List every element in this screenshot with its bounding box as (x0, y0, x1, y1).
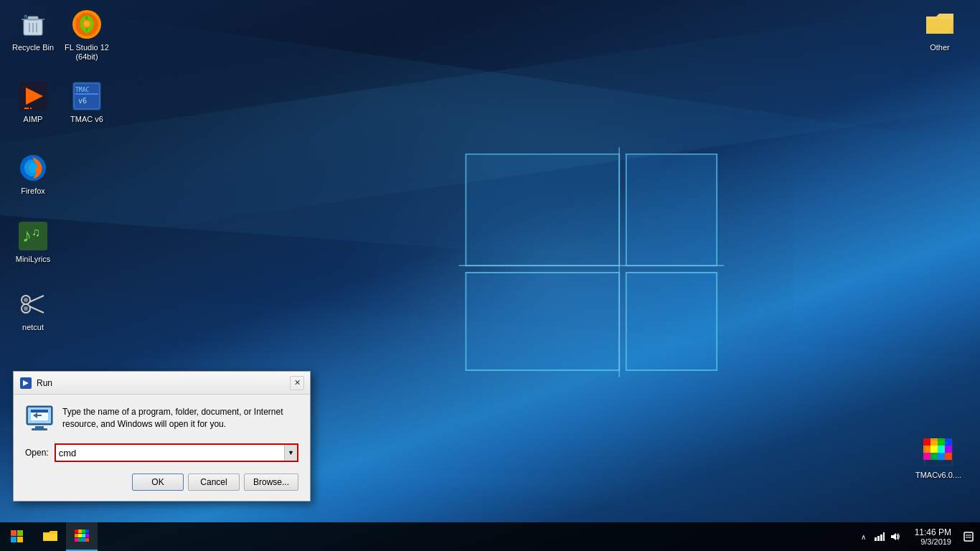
svg-rect-72 (82, 529, 85, 533)
svg-rect-87 (964, 532, 973, 541)
svg-rect-43 (923, 438, 930, 446)
taskbar-right: ∧ (850, 522, 980, 551)
svg-point-40 (24, 298, 28, 302)
svg-rect-80 (82, 538, 85, 542)
run-open-label: Open: (25, 448, 49, 458)
run-input-wrapper: ▼ (55, 443, 298, 462)
svg-rect-70 (75, 529, 78, 533)
run-browse-button[interactable]: Browse... (244, 474, 298, 491)
run-titlebar: Run ✕ (14, 372, 310, 395)
tmac-br-label: TMACv6.0.... (915, 471, 961, 480)
minilyrics-label: MiniLyrics (16, 255, 51, 264)
svg-rect-46 (945, 438, 952, 446)
firefox-label: Firefox (21, 187, 45, 196)
svg-rect-51 (923, 453, 930, 460)
svg-rect-76 (82, 534, 85, 537)
desktop-icon-minilyrics[interactable]: ♪ ♫ MiniLyrics (6, 217, 60, 267)
run-dialog: Run ✕ (13, 371, 311, 501)
netcut-label: netcut (22, 323, 44, 332)
run-input-row: Open: ▼ (25, 443, 298, 462)
svg-rect-85 (883, 532, 885, 541)
svg-point-41 (24, 306, 28, 311)
run-input[interactable] (56, 445, 284, 461)
netcut-icon (17, 288, 49, 320)
desktop-icon-fl-studio[interactable]: FL Studio 12 (64bit) (60, 6, 114, 65)
svg-rect-62 (31, 410, 48, 413)
firefox-icon (17, 152, 49, 184)
svg-rect-68 (11, 537, 17, 542)
svg-rect-48 (930, 446, 938, 453)
run-cancel-button[interactable]: Cancel (188, 474, 240, 491)
taskbar-volume-icon[interactable] (887, 522, 903, 551)
clock-date: 9/3/2019 (920, 537, 951, 546)
desktop-icon-firefox[interactable]: Firefox (6, 149, 60, 199)
svg-text:v6: v6 (78, 97, 87, 105)
svg-rect-75 (78, 534, 82, 537)
svg-rect-69 (17, 537, 23, 542)
svg-point-20 (84, 21, 90, 27)
run-header: Type the name of a program, folder, docu… (25, 405, 298, 433)
run-buttons: OK Cancel Browse... (25, 474, 298, 491)
svg-text:♪: ♪ (22, 225, 32, 246)
taskbar-notification-button[interactable] (957, 522, 980, 551)
svg-rect-28 (75, 93, 98, 95)
clock-time: 11:46 PM (915, 527, 951, 537)
taskbar-start-button[interactable] (0, 522, 34, 551)
svg-text:♻: ♻ (24, 14, 27, 19)
desktop: ♻ Recycle Bin FL Studio 12 (64 (0, 0, 980, 551)
run-dropdown-button[interactable]: ▼ (284, 445, 297, 461)
desktop-icon-netcut[interactable]: netcut (6, 286, 60, 335)
svg-marker-86 (891, 533, 896, 540)
taskbar-clock[interactable]: 11:46 PM 9/3/2019 (909, 522, 957, 551)
taskbar-expand-tray-button[interactable]: ∧ (856, 522, 872, 551)
svg-rect-53 (938, 453, 945, 460)
svg-rect-50 (945, 446, 952, 453)
svg-rect-66 (11, 530, 17, 536)
svg-rect-52 (930, 453, 938, 460)
svg-line-38 (29, 296, 44, 302)
desktop-icon-aimp[interactable]: AIMP (6, 77, 60, 127)
svg-rect-23 (24, 108, 29, 109)
desktop-icon-recycle-bin[interactable]: ♻ Recycle Bin (6, 6, 60, 55)
desktop-icon-other-actual[interactable]: Other (913, 6, 967, 55)
taskbar: ∧ (0, 522, 980, 551)
aimp-icon (17, 80, 49, 112)
tmac-br-icon (923, 436, 954, 468)
svg-rect-83 (877, 536, 880, 541)
other-label: Other (930, 43, 950, 52)
svg-rect-65 (32, 428, 47, 430)
svg-rect-54 (945, 453, 952, 460)
svg-rect-73 (85, 529, 89, 533)
tmac-icon: TMAC v6 (71, 80, 103, 112)
run-description: Type the name of a program, folder, docu… (62, 405, 298, 430)
svg-rect-79 (78, 538, 82, 542)
taskbar-network-icon[interactable] (872, 522, 887, 551)
svg-rect-44 (930, 438, 938, 446)
desktop-icon-other[interactable] (4, 6, 58, 11)
run-close-button[interactable]: ✕ (290, 376, 304, 390)
svg-rect-24 (30, 108, 32, 109)
minilyrics-icon: ♪ ♫ (17, 220, 49, 252)
fl-studio-icon (71, 9, 103, 40)
svg-line-39 (29, 306, 44, 313)
svg-rect-82 (875, 537, 877, 541)
run-header-icon (25, 405, 54, 433)
svg-rect-84 (880, 534, 882, 541)
svg-rect-67 (17, 530, 23, 536)
desktop-icon-tmac-br[interactable]: TMACv6.0.... (911, 433, 966, 483)
aimp-label: AIMP (24, 115, 43, 124)
run-dialog-icon (19, 377, 32, 390)
taskbar-system-tray: ∧ (850, 522, 909, 551)
tmac-label: TMAC v6 (70, 115, 103, 124)
recycle-bin-label: Recycle Bin (12, 43, 54, 52)
svg-text:TMAC: TMAC (75, 87, 89, 93)
taskbar-file-explorer-button[interactable] (34, 522, 66, 551)
svg-rect-71 (78, 529, 82, 533)
svg-rect-77 (85, 534, 89, 537)
desktop-icon-tmac[interactable]: TMAC v6 TMAC v6 (60, 77, 114, 127)
svg-rect-81 (85, 538, 89, 542)
svg-rect-78 (75, 538, 78, 542)
taskbar-tmac-button[interactable] (66, 522, 98, 551)
run-ok-button[interactable]: OK (132, 474, 184, 491)
other-folder-icon (924, 9, 956, 40)
